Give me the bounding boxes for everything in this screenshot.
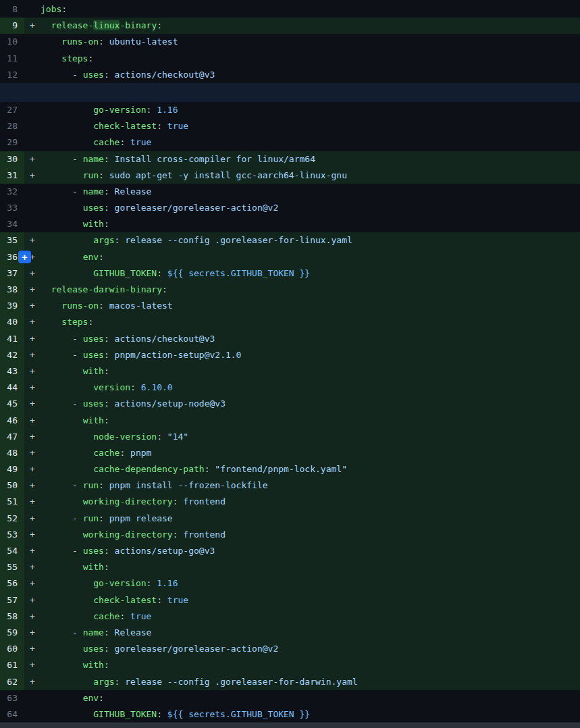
diff-marker: + bbox=[24, 265, 41, 282]
line-number[interactable]: 45 bbox=[0, 396, 24, 412]
line-number[interactable]: 49 bbox=[0, 461, 24, 477]
line-number[interactable]: 37 bbox=[0, 265, 24, 282]
line-number[interactable]: 46 bbox=[0, 413, 24, 429]
diff-line: 45+ - uses: actions/setup-node@v3 bbox=[0, 396, 580, 412]
line-number[interactable]: 28 bbox=[0, 118, 24, 134]
line-number[interactable]: 58 bbox=[0, 608, 24, 625]
line-number[interactable]: 61 bbox=[0, 657, 24, 673]
line-number[interactable]: 63 bbox=[0, 690, 24, 706]
diff-marker bbox=[24, 34, 41, 50]
line-number[interactable]: 42 bbox=[0, 347, 24, 363]
code-line-text: - uses: pnpm/action-setup@v2.1.0 bbox=[41, 347, 580, 363]
diff-line: 41+ - uses: actions/checkout@v3 bbox=[0, 331, 580, 347]
diff-marker: + bbox=[24, 559, 41, 575]
diff-marker bbox=[24, 67, 41, 83]
diff-marker: + bbox=[24, 674, 41, 690]
diff-marker: + bbox=[24, 396, 41, 412]
diff-marker: + bbox=[24, 608, 41, 625]
line-number[interactable]: 47 bbox=[0, 429, 24, 445]
diff-marker: + bbox=[24, 445, 41, 461]
line-number[interactable]: 35 bbox=[0, 232, 24, 249]
diff-line: 58+ cache: true bbox=[0, 608, 580, 625]
line-number[interactable]: 9 bbox=[0, 18, 24, 34]
diff-line: 49+ cache-dependency-path: "frontend/pnp… bbox=[0, 461, 580, 477]
code-line-text: with: bbox=[41, 657, 580, 673]
line-number[interactable]: 52 bbox=[0, 511, 24, 527]
line-number[interactable]: 44 bbox=[0, 380, 24, 396]
line-number[interactable]: 27 bbox=[0, 102, 24, 118]
code-line-text: node-version: "14" bbox=[41, 429, 580, 445]
code-line-text: env: bbox=[41, 690, 580, 706]
code-line-text: with: bbox=[41, 363, 580, 380]
diff-marker bbox=[24, 200, 41, 216]
diff-marker: + bbox=[24, 167, 41, 184]
diff-line: 64 GITHUB_TOKEN: ${{ secrets.GITHUB_TOKE… bbox=[0, 706, 580, 723]
diff-marker: + bbox=[24, 575, 41, 592]
line-number[interactable]: 57 bbox=[0, 592, 24, 608]
diff-line: 60+ uses: goreleaser/goreleaser-action@v… bbox=[0, 641, 580, 657]
code-line-text: uses: goreleaser/goreleaser-action@v2 bbox=[41, 641, 580, 657]
line-number[interactable]: 41 bbox=[0, 331, 24, 347]
diff-line: 61+ with: bbox=[0, 657, 580, 673]
diff-marker: + bbox=[24, 494, 41, 510]
diff-marker: + bbox=[24, 331, 41, 347]
line-number[interactable]: 62 bbox=[0, 674, 24, 690]
line-number[interactable]: 32 bbox=[0, 184, 24, 200]
line-number[interactable]: 38 bbox=[0, 282, 24, 298]
diff-marker bbox=[24, 118, 41, 134]
line-number[interactable]: 55 bbox=[0, 559, 24, 575]
diff-line: 55+ with: bbox=[0, 559, 580, 575]
line-number[interactable]: 34 bbox=[0, 216, 24, 232]
code-line-text: - name: Install cross-compiler for linux… bbox=[41, 151, 580, 167]
line-number[interactable]: 12 bbox=[0, 67, 24, 83]
line-number[interactable]: 56 bbox=[0, 575, 24, 592]
diff-line: 35+ args: release --config .goreleaser-f… bbox=[0, 232, 580, 249]
line-number[interactable]: 8 bbox=[0, 1, 24, 18]
line-number[interactable]: 11 bbox=[0, 51, 24, 67]
line-number[interactable]: 31 bbox=[0, 167, 24, 184]
line-number[interactable]: 43 bbox=[0, 363, 24, 380]
diff-marker: + bbox=[24, 543, 41, 559]
diff-line: 47+ node-version: "14" bbox=[0, 429, 580, 445]
code-line-text: go-version: 1.16 bbox=[41, 575, 580, 592]
line-number[interactable]: 53 bbox=[0, 527, 24, 543]
diff-marker: + bbox=[24, 592, 41, 608]
diff-line: 12 - uses: actions/checkout@v3 bbox=[0, 67, 580, 83]
diff-marker bbox=[24, 706, 41, 723]
line-number[interactable]: 40 bbox=[0, 314, 24, 330]
diff-marker: + bbox=[24, 363, 41, 380]
line-number[interactable]: 30 bbox=[0, 151, 24, 167]
code-line-text: GITHUB_TOKEN: ${{ secrets.GITHUB_TOKEN }… bbox=[41, 265, 580, 282]
code-line-text: jobs: bbox=[41, 1, 580, 18]
diff-line: 56+ go-version: 1.16 bbox=[0, 575, 580, 592]
line-number[interactable]: 50 bbox=[0, 477, 24, 494]
code-line-text: version: 6.10.0 bbox=[41, 380, 580, 396]
line-number[interactable]: 64 bbox=[0, 706, 24, 723]
code-line-text: - run: pnpm install --frozen-lockfile bbox=[41, 477, 580, 494]
expand-hidden-lines-row[interactable] bbox=[0, 83, 580, 102]
diff-line: 37+ GITHUB_TOKEN: ${{ secrets.GITHUB_TOK… bbox=[0, 265, 580, 282]
line-number[interactable]: 33 bbox=[0, 200, 24, 216]
diff-marker: + bbox=[24, 151, 41, 167]
diff-marker: + bbox=[24, 641, 41, 657]
line-number[interactable]: 48 bbox=[0, 445, 24, 461]
diff-line: 27 go-version: 1.16 bbox=[0, 102, 580, 118]
line-number[interactable]: 59 bbox=[0, 625, 24, 641]
code-line-text: GITHUB_TOKEN: ${{ secrets.GITHUB_TOKEN }… bbox=[41, 706, 580, 723]
diff-marker bbox=[24, 102, 41, 118]
line-number[interactable]: 10 bbox=[0, 34, 24, 50]
code-line-text: - uses: actions/checkout@v3 bbox=[41, 331, 580, 347]
line-number[interactable]: 60 bbox=[0, 641, 24, 657]
diff-marker: + bbox=[24, 625, 41, 641]
code-line-text: uses: goreleaser/goreleaser-action@v2 bbox=[41, 200, 580, 216]
line-number[interactable]: 29 bbox=[0, 134, 24, 151]
add-comment-button[interactable]: + bbox=[18, 251, 31, 263]
line-number[interactable]: 39 bbox=[0, 298, 24, 314]
line-number[interactable]: 51 bbox=[0, 494, 24, 510]
diff-line: 31+ run: sudo apt-get -y install gcc-aar… bbox=[0, 167, 580, 184]
code-line-text: check-latest: true bbox=[41, 118, 580, 134]
diff-line: 63 env: bbox=[0, 690, 580, 706]
code-line-text: steps: bbox=[41, 51, 580, 67]
diff-line: 44+ version: 6.10.0 bbox=[0, 380, 580, 396]
line-number[interactable]: 54 bbox=[0, 543, 24, 559]
